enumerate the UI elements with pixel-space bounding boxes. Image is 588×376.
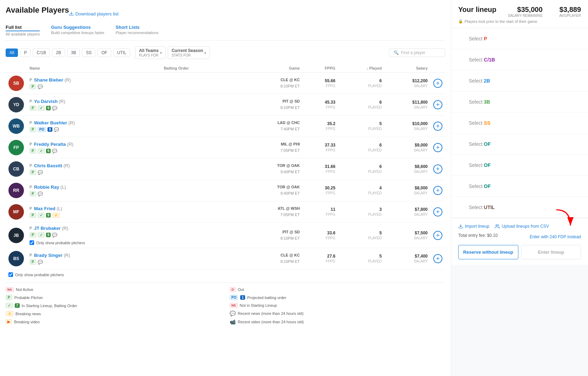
fppg-value: 33.6 <box>305 231 335 235</box>
legend-recent-video: 📹 Recent video (more than 24 hours old) <box>230 319 445 325</box>
filter-row: All P C/1B 2B 3B SS OF UTIL All Teams PL… <box>6 46 445 59</box>
add-player-button[interactable]: + <box>433 164 442 174</box>
pos-btn-c1b[interactable]: C/1B <box>33 48 50 57</box>
add-player-button[interactable]: + <box>433 207 442 216</box>
import-lineup-link[interactable]: Import lineup <box>458 224 489 229</box>
add-player-button[interactable]: + <box>433 186 442 195</box>
salary-value: $11,800 <box>413 100 428 105</box>
pos-btn-of[interactable]: OF <box>97 48 111 57</box>
table-row[interactable]: RR P Robbie Ray (L) P💬 TOR @ OAK 9:40PM … <box>6 180 445 201</box>
fppg-value: 11 <box>305 207 335 212</box>
chat-icon[interactable]: 💬 <box>52 149 57 154</box>
table-row[interactable]: JB P JT Brubaker (R) P✓9💬 Only show prob… <box>6 223 445 248</box>
season-filter[interactable]: Current Season STATS FOR ▾ <box>168 46 210 59</box>
right-panel: Your lineup $35,000 SALARY REMAINING $3,… <box>451 0 588 376</box>
game-matchup: PIT @ SD <box>243 229 300 235</box>
upload-csv-link[interactable]: Upload lineups from CSV <box>495 224 549 229</box>
chat-icon[interactable]: 💬 <box>54 127 59 132</box>
player-name[interactable]: Brady Singer (R) <box>34 253 70 258</box>
probable-pitchers-checkbox[interactable] <box>8 272 13 277</box>
table-row[interactable]: YD P Yu Darvish (R) P✓9💬 PIT @ SD 8:10PM… <box>6 94 445 116</box>
slot-2b[interactable]: Select 2B <box>451 70 588 91</box>
lineup-footer: Import lineup Upload lineups from CSV <box>451 218 588 265</box>
chat-icon[interactable]: 💬 <box>38 170 43 175</box>
player-name[interactable]: Yu Darvish (R) <box>34 99 65 104</box>
chevron-down-icon: ▾ <box>204 51 206 55</box>
player-name[interactable]: Chris Bassitt (R) <box>34 163 70 168</box>
tab-short-lists[interactable]: Short Lists Player recommendations <box>116 25 159 36</box>
player-name[interactable]: Shane Bieber (R) <box>34 77 71 83</box>
download-players-link[interactable]: Download players list <box>69 11 119 17</box>
legend-breaking-video: ▶ Breaking video <box>6 319 221 324</box>
chevron-down-icon: ▾ <box>160 51 162 55</box>
team-filter[interactable]: All Teams PLAYS FOR ▾ <box>135 46 166 59</box>
table-row[interactable]: FP P Freddy Peralta (R) P✓9💬 MIL @ PHI 7… <box>6 137 445 158</box>
add-player-button[interactable]: + <box>433 231 442 240</box>
slot-c1b[interactable]: Select C/1B <box>451 49 588 70</box>
probable-pitchers-checkbox-row[interactable]: Only show probable pitchers <box>8 272 445 277</box>
pos-btn-2b[interactable]: 2B <box>52 48 65 57</box>
avatar: FP <box>8 140 24 155</box>
add-player-button[interactable]: + <box>433 122 442 131</box>
tab-full-list[interactable]: Full list All available players <box>6 25 40 36</box>
table-row[interactable]: CB P Chris Bassitt (R) P💬 TOR @ OAK 9:40… <box>6 158 445 180</box>
legend: NA Not Active P Probable Pitcher ✓ 7 In … <box>6 283 445 325</box>
probable-pitcher-badge: P <box>30 213 36 218</box>
add-player-button[interactable]: + <box>433 254 442 263</box>
chat-icon[interactable]: 💬 <box>38 192 43 196</box>
add-player-button[interactable]: + <box>433 143 442 152</box>
game-matchup: PIT @ SD <box>243 98 300 105</box>
table-row[interactable]: MF P Max Fried (L) P✓9⚡ ATL @ WSH 7:05PM… <box>6 201 445 223</box>
player-name[interactable]: JT Brubaker (R) <box>34 226 69 231</box>
chat-icon[interactable]: 💬 <box>38 84 43 89</box>
played-value: 5 <box>341 254 382 259</box>
slot-3b[interactable]: Select 3B <box>451 91 588 112</box>
table-row[interactable]: BS P Brady Singer (R) P💬 CLE @ KC 8:10PM… <box>6 248 445 270</box>
slot-of-2[interactable]: Select OF <box>451 155 588 176</box>
fppg-value: 31.66 <box>305 164 335 169</box>
tab-guru[interactable]: Guru Suggestions Build competitive lineu… <box>51 25 104 36</box>
chat-icon[interactable]: 💬 <box>38 260 43 265</box>
players-table: Name Batting Order Game FPPG ↓ Played Sa… <box>6 64 445 270</box>
salary-remaining-label: SALARY REMAINING <box>508 14 543 18</box>
game-time: 9:40PM ET <box>243 169 300 175</box>
player-name[interactable]: Freddy Peralta (R) <box>34 142 74 147</box>
avatar: BS <box>8 251 24 266</box>
pos-btn-util[interactable]: UTIL <box>113 48 130 57</box>
add-player-button[interactable]: + <box>433 100 442 109</box>
pos-btn-ss[interactable]: SS <box>82 48 95 57</box>
game-time: 7:05PM ET <box>243 212 300 218</box>
player-badges: P💬 <box>30 84 158 89</box>
reserve-button[interactable]: Reserve without lineup <box>458 245 518 259</box>
played-value: 3 <box>341 207 382 212</box>
slot-util[interactable]: Select UTIL <box>451 197 588 218</box>
legend-not-active: NA Not Active <box>6 287 221 292</box>
player-name[interactable]: Max Fried (L) <box>34 206 62 211</box>
slot-of-1[interactable]: Select OF <box>451 134 588 155</box>
chat-icon[interactable]: 💬 <box>52 106 57 111</box>
checkbox[interactable] <box>30 240 34 245</box>
slot-ss[interactable]: Select SS <box>451 112 588 134</box>
pos-btn-3b[interactable]: 3B <box>67 48 80 57</box>
table-row[interactable]: SB P Shane Bieber (R) P💬 CLE @ KC 8:10PM… <box>6 73 445 94</box>
game-time: 8:10PM ET <box>243 235 300 242</box>
chat-icon[interactable]: 💬 <box>52 233 57 238</box>
game-matchup: LAD @ CHC <box>243 120 300 126</box>
add-player-button[interactable]: + <box>433 79 442 88</box>
slot-of-3[interactable]: Select OF <box>451 176 588 197</box>
salary-value: $10,000 <box>413 121 428 126</box>
probable-pitcher-badge: P <box>30 259 36 265</box>
player-badges: P💬 <box>30 170 158 175</box>
pos-btn-p[interactable]: P <box>20 48 31 57</box>
fppg-value: 35.2 <box>305 121 335 126</box>
enter-lineup-button[interactable]: Enter lineup <box>521 245 581 259</box>
slot-p[interactable]: Select P <box>451 28 588 49</box>
salary-remaining: $35,000 <box>517 6 543 13</box>
player-name[interactable]: Robbie Ray (L) <box>34 184 66 190</box>
fdp-link[interactable]: Enter with 240 FDP instead <box>530 234 581 239</box>
search-box[interactable]: 🔍 Find a player <box>389 48 445 57</box>
table-row[interactable]: WB P Walker Buehler (R) PPO9💬 LAD @ CHC … <box>6 116 445 137</box>
pos-btn-all[interactable]: All <box>6 48 18 57</box>
player-name[interactable]: Walker Buehler (R) <box>34 120 75 125</box>
fppg-value: 27.6 <box>305 254 335 259</box>
